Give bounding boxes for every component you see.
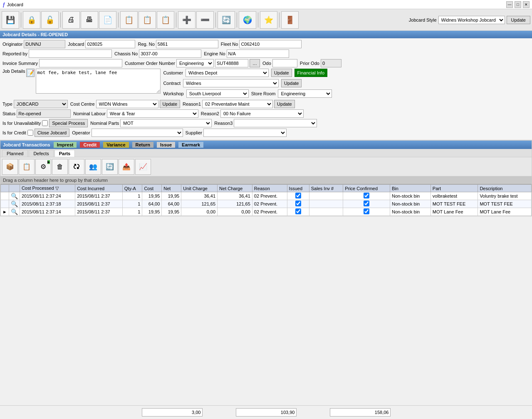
chassis-input[interactable]: [139, 50, 201, 58]
toolbar-btn-add[interactable]: ➕: [178, 11, 195, 29]
contract-update-button[interactable]: Update: [281, 79, 302, 87]
col-issued[interactable]: Issued: [287, 185, 309, 192]
nominal-labour-select[interactable]: Wear & Tear: [107, 109, 198, 118]
col-description[interactable]: Description: [478, 185, 532, 192]
col-bin[interactable]: Bin: [390, 185, 431, 192]
col-cost-processed[interactable]: Cost Processed ▽: [20, 185, 75, 192]
reason1-select[interactable]: 02 Preventative Maint: [202, 100, 273, 108]
odo-input[interactable]: [272, 59, 297, 67]
customer-order-dots-button[interactable]: …: [250, 59, 260, 67]
supplier-select[interactable]: [203, 129, 287, 137]
toolbar-btn-globe[interactable]: 🌍: [239, 11, 256, 29]
financial-info-button[interactable]: Financial Info: [294, 69, 327, 77]
row-icon[interactable]: 🔍: [9, 200, 20, 208]
reason3-select[interactable]: [234, 119, 317, 127]
sub-btn-addpart[interactable]: 📦: [2, 159, 18, 175]
originator-input[interactable]: [24, 40, 65, 48]
col-sales-inv[interactable]: Sales Inv #: [309, 185, 343, 192]
workshop-select[interactable]: South Liverpool: [186, 89, 249, 98]
job-details-textarea[interactable]: mot fee, brake test, lane fee: [36, 69, 161, 94]
toolbar-btn-nav[interactable]: 📋: [120, 11, 138, 29]
toolbar-btn-lock[interactable]: 🔒: [23, 11, 40, 29]
customer-order-dept-select[interactable]: Engineering: [176, 59, 214, 67]
sub-btn-2[interactable]: 📋: [19, 159, 35, 175]
close-button[interactable]: ✕: [523, 1, 530, 8]
toolbar-btn-1[interactable]: 💾: [2, 11, 19, 29]
jobcard-style-select[interactable]: Widnes Workshop Jobcard: [438, 16, 505, 24]
row-icon[interactable]: 🔍: [9, 208, 20, 216]
customer-select[interactable]: Widnes Depot: [186, 69, 269, 77]
engine-input[interactable]: [227, 50, 289, 58]
sub-btn-8[interactable]: 📤: [119, 159, 134, 175]
store-room-select[interactable]: Engineering: [278, 89, 332, 98]
row-indicator: [1, 200, 9, 208]
transactions-table: Cost Processed ▽ Cost Incurred Qty-A Cos…: [0, 184, 532, 216]
close-jobcard-button[interactable]: Close Jobcard: [35, 129, 69, 137]
reason2-select[interactable]: 00 No Failure: [220, 109, 304, 118]
table-row[interactable]: 🔍 2015/08/11 2:37:24 2015/08/11 2:37 1 1…: [1, 192, 532, 200]
status-input[interactable]: [17, 109, 71, 118]
toolbar-btn-del[interactable]: ➖: [196, 11, 214, 29]
customer-update-button[interactable]: Update: [271, 69, 292, 77]
customer-order-input[interactable]: [215, 59, 248, 67]
toolbar-btn-star[interactable]: ⭐: [260, 11, 277, 29]
col-qty[interactable]: Qty-A: [122, 185, 142, 192]
reported-by-input[interactable]: [29, 50, 112, 58]
type-select[interactable]: JOBCARD: [14, 100, 68, 108]
badge-issue: Issue: [157, 142, 175, 148]
operator-select[interactable]: [92, 129, 183, 137]
reported-by-group: Reported by: [2, 50, 112, 58]
badge-credit: Credit: [80, 142, 100, 148]
minimize-button[interactable]: ―: [506, 1, 513, 8]
tab-defects[interactable]: Defects: [29, 150, 53, 157]
workshop-row: Workshop South Liverpool Store Room Engi…: [163, 89, 530, 98]
row-icon[interactable]: 🔍: [9, 192, 20, 200]
cost-centre-select[interactable]: WIDN Widnes: [96, 100, 158, 108]
col-reason[interactable]: Reason: [252, 185, 287, 192]
jobcard-input[interactable]: [85, 40, 135, 48]
row-part: MOT Lane Fee: [431, 208, 478, 216]
special-process-button[interactable]: Special Process: [49, 119, 88, 127]
reason1-label: Reason1: [183, 102, 201, 107]
job-details-icon-button[interactable]: 📝: [26, 69, 35, 77]
contract-select[interactable]: Widnes: [183, 79, 279, 87]
sub-btn-9[interactable]: 📈: [135, 159, 151, 175]
table-row[interactable]: 🔍 2015/08/11 2:37:18 2015/08/11 2:37 1 6…: [1, 200, 532, 208]
toolbar-btn-print3[interactable]: 📄: [99, 11, 116, 29]
sub-btn-4[interactable]: 🗑: [52, 159, 68, 175]
sub-btn-6[interactable]: 👥: [85, 159, 101, 175]
invoice-summary-input[interactable]: [39, 59, 122, 67]
tab-parts[interactable]: Parts: [54, 150, 75, 157]
col-unit-charge[interactable]: Unit Charge: [181, 185, 218, 192]
toolbar-update-button[interactable]: Update: [507, 16, 530, 24]
sub-btn-3[interactable]: ⚙ ▶: [35, 159, 51, 175]
toolbar-btn-unlock[interactable]: 🔓: [41, 11, 59, 29]
nominal-parts-select[interactable]: MOT: [120, 119, 212, 127]
cost-centre-update-button[interactable]: Update: [160, 100, 180, 108]
toolbar-btn-nav3[interactable]: 📋: [157, 11, 174, 29]
col-part[interactable]: Part: [431, 185, 478, 192]
col-net[interactable]: Net: [162, 185, 181, 192]
prior-odo-input[interactable]: [321, 59, 341, 67]
row-cost-incurred: 2015/08/11 2:37: [75, 208, 123, 216]
toolbar-btn-print[interactable]: 🖨: [62, 11, 80, 29]
fleetno-input[interactable]: [239, 40, 302, 48]
restore-button[interactable]: □: [515, 1, 521, 8]
regno-input[interactable]: [156, 40, 218, 48]
col-cost[interactable]: Cost: [142, 185, 162, 192]
col-cost-incurred[interactable]: Cost Incurred: [75, 185, 123, 192]
unavail-checkbox[interactable]: [42, 120, 48, 126]
sub-btn-5[interactable]: 🗘: [69, 159, 84, 175]
toolbar-btn-nav2[interactable]: 📋: [139, 11, 156, 29]
sub-btn-7[interactable]: 🔄: [102, 159, 118, 175]
credit-checkbox[interactable]: [27, 130, 33, 136]
col-price-confirmed[interactable]: Price Confirmed: [343, 185, 390, 192]
toolbar-btn-print2[interactable]: 🖶: [81, 11, 98, 29]
tab-planned[interactable]: Planned: [2, 150, 28, 157]
col-net-charge[interactable]: Net Charge: [218, 185, 252, 192]
toolbar-btn-exit[interactable]: 🚪: [281, 11, 299, 29]
workshop-label: Workshop: [163, 91, 183, 96]
table-row[interactable]: ► 🔍 2015/08/11 2:37:14 2015/08/11 2:37 1…: [1, 208, 532, 216]
toolbar-btn-refresh[interactable]: 🔄: [218, 11, 235, 29]
reason1-update-button[interactable]: Update: [274, 100, 294, 108]
